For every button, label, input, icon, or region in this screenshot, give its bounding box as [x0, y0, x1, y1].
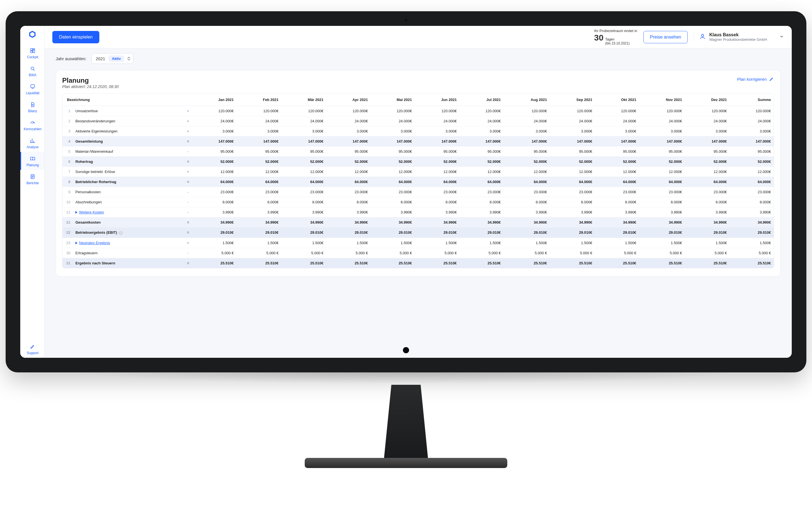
cell-sum: 5.000 €	[730, 248, 774, 258]
cell-month: 34.990€	[371, 217, 415, 228]
app-logo[interactable]	[27, 29, 37, 39]
cell-month: 23.000€	[326, 187, 371, 197]
row-operator: -	[184, 207, 192, 217]
row-name[interactable]: Weitere Kosten	[72, 207, 184, 217]
cell-month: 34.990€	[504, 217, 550, 228]
cell-month: 3.000€	[415, 126, 459, 136]
col-month: Nov 2021	[639, 94, 685, 106]
cell-month: 147.000€	[415, 136, 459, 147]
year-select[interactable]: 2021 Aktiv	[92, 53, 133, 64]
row-index: 2	[63, 116, 72, 126]
cell-month: 5.000 €	[415, 248, 459, 258]
expand-triangle-icon[interactable]	[76, 242, 77, 244]
cell-month: 1.500€	[281, 238, 326, 248]
cell-month: 34.990€	[415, 217, 459, 228]
cell-sum: 34.990€	[730, 217, 774, 228]
cell-month: 23.000€	[459, 187, 503, 197]
svg-point-4	[31, 67, 34, 70]
nav-berichte-label: Berichte	[27, 181, 39, 185]
cell-month: 8.000€	[192, 197, 237, 207]
col-month: Apr 2021	[326, 94, 371, 106]
table-row: 7Sonstige betriebl. Erlöse+12.000€12.000…	[63, 167, 774, 177]
cell-month: 3.990€	[459, 207, 503, 217]
cell-sum: 3.990€	[730, 207, 774, 217]
pricing-button[interactable]: Preise ansehen	[644, 31, 688, 43]
cell-month: 64.000€	[192, 177, 237, 187]
cell-month: 12.000€	[550, 167, 595, 177]
nav-planung[interactable]: Planung	[20, 152, 44, 170]
cell-month: 52.000€	[685, 157, 730, 167]
user-menu[interactable]: Klaus Bassek Wagner Produktionsbetriebe …	[694, 32, 784, 42]
cell-month: 64.000€	[595, 177, 639, 187]
cell-month: 29.010€	[236, 228, 281, 238]
row-link[interactable]: Weitere Kosten	[79, 210, 104, 214]
cell-month: 5.000 €	[326, 248, 371, 258]
nav-kennzahlen[interactable]: Kennzahlen	[20, 116, 44, 134]
cell-month: 23.000€	[236, 187, 281, 197]
cell-month: 24.000€	[459, 116, 503, 126]
nav-bwa[interactable]: BWA	[20, 62, 44, 80]
row-link[interactable]: Neutrales Ergebnis	[79, 241, 110, 245]
user-avatar-icon	[699, 33, 706, 41]
nav-liquiditaet[interactable]: Liquidität	[20, 80, 44, 98]
nav-analyse[interactable]: Analyse	[20, 134, 44, 152]
cell-month: 3.000€	[639, 126, 685, 136]
nav-cockpit[interactable]: Cockpit	[20, 44, 44, 62]
table-row: 9Personalkosten-23.000€23.000€23.000€23.…	[63, 187, 774, 197]
cell-month: 8.000€	[236, 197, 281, 207]
expand-triangle-icon[interactable]	[76, 211, 77, 214]
nav-kenn-label: Kennzahlen	[23, 127, 42, 131]
cell-month: 25.510€	[550, 258, 595, 268]
col-bezeichnung: Bezeichnung	[63, 94, 192, 106]
row-name[interactable]: Neutrales Ergebnis	[72, 238, 184, 248]
document-icon	[29, 101, 36, 108]
cell-month: 120.000€	[281, 106, 326, 116]
cell-month: 52.000€	[415, 157, 459, 167]
year-bar: Jahr auswählen: 2021 Aktiv	[45, 48, 792, 64]
home-button-icon	[403, 347, 409, 353]
table-row: 22Betriebsergebnis (EBIT)i=29.010€29.010…	[63, 228, 774, 238]
trial-prefix: Ihr Probezeitraum endet in	[594, 29, 637, 33]
nav-bilanz[interactable]: Bilanz	[20, 98, 44, 116]
cell-sum: 52.000€	[730, 157, 774, 167]
table-row: 11Weitere Kosten-3.990€3.990€3.990€3.990…	[63, 207, 774, 217]
cell-month: 5.000 €	[459, 248, 503, 258]
row-index: 8	[63, 177, 72, 187]
cell-month: 52.000€	[504, 157, 550, 167]
nav-berichte[interactable]: Berichte	[20, 170, 44, 188]
cell-month: 29.010€	[504, 228, 550, 238]
table-row: 5Material-/Wareneinkauf-95.000€95.000€95…	[63, 147, 774, 157]
pencil-icon	[29, 343, 36, 350]
cell-month: 95.000€	[459, 147, 503, 157]
col-month: Mär 2021	[281, 94, 326, 106]
cell-month: 64.000€	[504, 177, 550, 187]
cell-month: 95.000€	[326, 147, 371, 157]
cell-month: 147.000€	[685, 136, 730, 147]
info-icon[interactable]: i	[119, 231, 123, 235]
col-month: Jan 2021	[192, 94, 237, 106]
cell-month: 12.000€	[459, 167, 503, 177]
svg-point-7	[701, 34, 704, 36]
cell-month: 64.000€	[685, 177, 730, 187]
cell-month: 5.000 €	[236, 248, 281, 258]
cell-month: 120.000€	[639, 106, 685, 116]
cell-month: 147.000€	[371, 136, 415, 147]
cell-month: 95.000€	[685, 147, 730, 157]
select-arrows-icon	[128, 57, 130, 61]
cell-month: 5.000 €	[685, 248, 730, 258]
nav-support[interactable]: Support	[20, 340, 44, 358]
cell-month: 147.000€	[281, 136, 326, 147]
svg-rect-3	[31, 51, 33, 53]
cell-month: 3.990€	[371, 207, 415, 217]
user-name: Klaus Bassek	[709, 32, 767, 37]
book-icon	[29, 155, 36, 162]
cell-month: 64.000€	[281, 177, 326, 187]
cell-month: 25.510€	[236, 258, 281, 268]
cell-month: 12.000€	[281, 167, 326, 177]
row-operator: =	[184, 136, 192, 147]
edit-plan-link[interactable]: Plan korrigieren	[737, 77, 774, 82]
import-button[interactable]: Daten einspielen	[52, 31, 99, 43]
cell-month: 3.000€	[550, 126, 595, 136]
row-name: Rohertrag	[72, 157, 184, 167]
cell-month: 95.000€	[550, 147, 595, 157]
